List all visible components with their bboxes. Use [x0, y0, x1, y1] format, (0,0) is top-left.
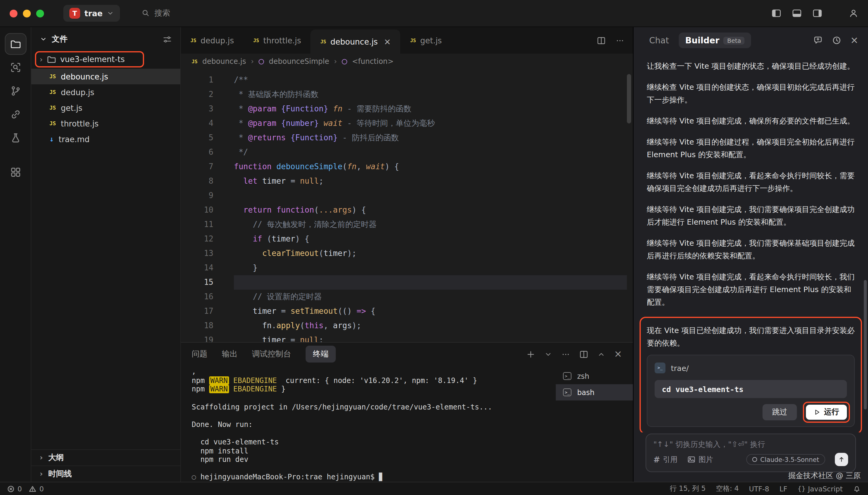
- model-name: Claude-3.5-Sonnet: [760, 456, 819, 463]
- code-editor[interactable]: 12345678910111213141516171819 /** * 基础版本…: [181, 69, 633, 342]
- toggle-left-sidebar-icon[interactable]: [772, 8, 781, 18]
- global-search[interactable]: 搜索: [142, 8, 170, 19]
- chat-message-list[interactable]: 让我检查一下 Vite 项目创建的状态，确保项目已经成功创建。继续检查 Vite…: [634, 54, 868, 432]
- file-item-throttle.js[interactable]: JSthrottle.js: [31, 116, 180, 131]
- command-text[interactable]: cd vue3-element-ts: [655, 380, 847, 398]
- account-icon[interactable]: [849, 8, 858, 18]
- send-button[interactable]: [835, 453, 848, 466]
- activity-test-button[interactable]: [4, 127, 26, 149]
- file-item-dedup.js[interactable]: JSdedup.js: [31, 84, 180, 100]
- braces-icon: {}: [798, 485, 806, 493]
- file-item-get.js[interactable]: JSget.js: [31, 100, 180, 116]
- close-tab-icon[interactable]: ×: [384, 37, 391, 46]
- minimize-window-button[interactable]: [23, 9, 31, 17]
- activity-extensions-button[interactable]: [4, 161, 26, 183]
- image-label: 图片: [699, 454, 713, 465]
- code-line: clearTimeout(timer);: [234, 246, 633, 261]
- indentation-setting[interactable]: 空格: 4: [716, 484, 739, 493]
- encoding-setting[interactable]: UTF-8: [749, 484, 769, 493]
- editor-tab-dedup.js[interactable]: JSdedup.js: [181, 27, 244, 54]
- model-selector[interactable]: Claude-3.5-Sonnet: [747, 454, 825, 465]
- editor-scrollbar[interactable]: [627, 74, 631, 123]
- problems-status[interactable]: 0 0: [7, 484, 48, 493]
- editor-tab-throttle.js[interactable]: JSthrottle.js: [244, 27, 311, 54]
- line-number: 16: [181, 290, 216, 304]
- notifications-bell-icon[interactable]: [853, 485, 861, 493]
- chat-message: 继续检查 Vite 项目的创建状态，确保项目初始化完成后再进行下一步操作。: [647, 81, 855, 106]
- timeline-section[interactable]: › 时间线: [31, 465, 180, 482]
- reference-button[interactable]: # 引用: [653, 454, 677, 465]
- code-line: // 设置新的定时器: [234, 290, 633, 304]
- explorer-header[interactable]: 文件: [31, 27, 180, 51]
- image-icon: [687, 455, 695, 464]
- chevron-right-icon: ›: [40, 470, 43, 478]
- terminal-dropdown-icon[interactable]: [544, 351, 552, 358]
- maximize-panel-icon[interactable]: [597, 351, 605, 358]
- history-icon[interactable]: [832, 36, 841, 45]
- tab-builder[interactable]: Builder Beta: [678, 33, 751, 48]
- code-line: * @returns {Function} - 防抖后的函数: [234, 131, 633, 145]
- project-switcher[interactable]: T trae: [63, 5, 120, 22]
- panel-tab-terminal[interactable]: 终端: [306, 346, 336, 363]
- file-item-debounce.js[interactable]: JSdebounce.js: [31, 69, 180, 84]
- editor-area: JSdedup.jsJSthrottle.jsJSdebounce.js×JSg…: [181, 27, 633, 482]
- panel-tab-output[interactable]: 输出: [222, 349, 238, 360]
- folder-item-vue3-element-ts[interactable]: › vue3-element-ts: [37, 53, 127, 66]
- symbol-icon: [342, 59, 347, 64]
- markdown-file-icon: ↓: [49, 135, 54, 143]
- eol-setting[interactable]: LF: [780, 484, 787, 493]
- editor-tab-get.js[interactable]: JSget.js: [400, 27, 452, 54]
- activity-source-control-button[interactable]: [4, 80, 26, 102]
- terminal-icon: >_: [563, 389, 572, 396]
- search-icon: [142, 9, 150, 17]
- file-item-trae.md[interactable]: ↓trae.md: [31, 131, 180, 147]
- zoom-window-button[interactable]: [36, 9, 44, 17]
- more-actions-icon[interactable]: [561, 350, 570, 359]
- terminal-line: npm WARN EBADENGINE current: { node: 'v1…: [192, 376, 556, 385]
- outline-section[interactable]: › 大纲: [31, 449, 180, 465]
- split-terminal-icon[interactable]: [579, 350, 588, 359]
- chat-message: 让我检查一下 Vite 项目创建的状态，确保项目已经成功创建。: [647, 59, 855, 72]
- breadcrumb-item[interactable]: <function>: [352, 57, 394, 66]
- more-actions-icon[interactable]: [616, 36, 624, 45]
- code-line: */: [234, 145, 633, 159]
- new-chat-icon[interactable]: [813, 36, 822, 45]
- activity-references-button[interactable]: [4, 104, 26, 125]
- activity-search-button[interactable]: [4, 57, 26, 78]
- code-line: * @param {number} wait - 等待时间，单位为毫秒: [234, 116, 633, 131]
- run-button[interactable]: 运行: [806, 405, 847, 420]
- chat-header: Chat Builder Beta ×: [634, 27, 868, 54]
- panel-tabs: 问题输出调试控制台终端: [192, 346, 336, 363]
- language-mode[interactable]: {} JavaScript: [798, 484, 843, 493]
- terminal-output[interactable]: ,npm WARN EBADENGINE current: { node: 'v…: [181, 366, 556, 482]
- skip-button[interactable]: 跳过: [763, 404, 797, 420]
- panel-actions: ×: [526, 349, 622, 359]
- split-editor-icon[interactable]: [597, 36, 606, 45]
- tab-chat[interactable]: Chat: [643, 33, 675, 48]
- editor-tab-debounce.js[interactable]: JSdebounce.js×: [311, 30, 400, 54]
- close-window-button[interactable]: [10, 9, 17, 17]
- panel-tab-debug-console[interactable]: 调试控制台: [252, 349, 291, 360]
- explorer-actions-icon[interactable]: [163, 35, 172, 44]
- javascript-file-icon: JS: [191, 38, 196, 43]
- terminal-session-zsh[interactable]: >_zsh: [556, 368, 633, 385]
- terminal-session-bash[interactable]: >_bash: [556, 385, 633, 401]
- cursor-position[interactable]: 行 15, 列 5: [670, 484, 706, 493]
- files-icon: [10, 38, 21, 49]
- new-terminal-icon[interactable]: [526, 350, 535, 359]
- close-panel-icon[interactable]: ×: [614, 349, 622, 359]
- chat-scrollbar[interactable]: [864, 280, 867, 409]
- toggle-bottom-panel-icon[interactable]: [792, 8, 802, 18]
- panel-tab-problems[interactable]: 问题: [192, 349, 207, 360]
- breadcrumb-item[interactable]: debounce.js: [202, 57, 246, 66]
- attach-image-button[interactable]: 图片: [687, 454, 713, 465]
- chat-input-box[interactable]: "↑↓" 切换历史输入，"⇧⏎" 换行 # 引用 图片 Claude-3.5-S…: [645, 433, 856, 472]
- breadcrumb-item[interactable]: debounceSimple: [269, 57, 329, 66]
- line-number: 15: [181, 275, 216, 290]
- titlebar: T trae 搜索: [0, 0, 868, 27]
- folder-icon: [47, 55, 56, 64]
- toggle-right-sidebar-icon[interactable]: [813, 8, 822, 18]
- line-number: 5: [181, 131, 216, 145]
- activity-explorer-button[interactable]: [4, 33, 26, 55]
- close-chat-icon[interactable]: ×: [850, 36, 858, 45]
